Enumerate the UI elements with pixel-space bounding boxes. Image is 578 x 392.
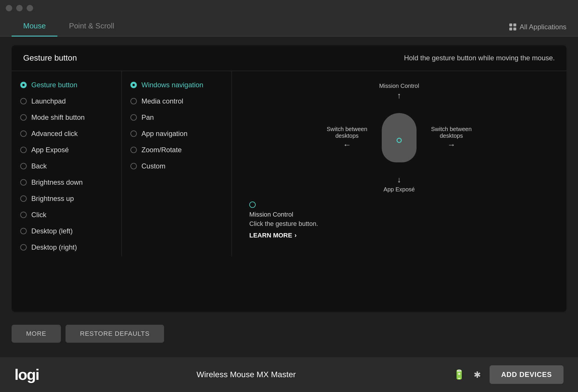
label-media-control: Media control <box>141 97 183 105</box>
right-arrow-icon: → <box>447 140 455 150</box>
bottom-buttons: MORE RESTORE DEFAULTS <box>12 319 566 349</box>
left-column: Gesture button Launchpad Mode shift butt… <box>12 71 122 257</box>
footer-right: 🔋 ✱ ADD DEVICES <box>453 365 564 384</box>
chevron-right-icon: › <box>295 232 297 239</box>
label-click: Click <box>31 211 46 219</box>
label-launchpad: Launchpad <box>31 97 66 105</box>
mc-description: Click the gesture button. <box>249 220 549 228</box>
list-item-back[interactable]: Back <box>12 158 121 174</box>
main-content: Gesture button Hold the gesture button w… <box>0 37 578 357</box>
list-item-click[interactable]: Click <box>12 207 121 223</box>
label-zoom-rotate: Zoom/Rotate <box>141 146 182 154</box>
list-item-media-control[interactable]: Media control <box>122 93 232 109</box>
list-item-zoom-rotate[interactable]: Zoom/Rotate <box>122 142 232 158</box>
list-item-launchpad[interactable]: Launchpad <box>12 93 121 109</box>
list-item-gesture-button[interactable]: Gesture button <box>12 77 121 93</box>
radio-back <box>20 163 27 169</box>
radio-media-control <box>130 98 137 104</box>
more-button[interactable]: MORE <box>12 325 61 343</box>
list-item-pan[interactable]: Pan <box>122 109 232 126</box>
radio-windows-navigation <box>130 82 137 88</box>
traffic-lights <box>6 5 33 11</box>
minimize-button[interactable] <box>16 5 23 11</box>
label-desktop-right: Desktop (right) <box>31 243 77 251</box>
gesture-section: Gesture button Hold the gesture button w… <box>12 45 566 312</box>
label-brightness-up: Brightness up <box>31 195 74 203</box>
label-mode-shift: Mode shift button <box>31 113 85 121</box>
tab-point-scroll[interactable]: Point & Scroll <box>57 16 126 37</box>
label-desktop-left: Desktop (left) <box>31 227 73 235</box>
list-item-desktop-left[interactable]: Desktop (left) <box>12 223 121 239</box>
bluetooth-icon: ✱ <box>474 370 481 380</box>
list-item-desktop-right[interactable]: Desktop (right) <box>12 239 121 255</box>
grid-icon <box>509 23 516 30</box>
radio-desktop-left <box>20 228 27 234</box>
right-direction-label: Switch betweendesktops <box>431 126 472 139</box>
device-name: Wireless Mouse MX Master <box>197 370 296 379</box>
restore-defaults-button[interactable]: RESTORE DEFAULTS <box>66 325 164 343</box>
add-devices-button[interactable]: ADD DEVICES <box>490 365 564 384</box>
label-advanced-click: Advanced click <box>31 130 78 138</box>
bottom-direction-label: App Exposé <box>383 186 415 193</box>
label-app-expose: App Exposé <box>31 146 69 154</box>
right-label: Switch betweendesktops → <box>431 126 472 150</box>
mc-radio-circle <box>249 202 256 208</box>
label-pan: Pan <box>141 113 154 121</box>
mc-radio <box>249 202 549 208</box>
list-item-brightness-down[interactable]: Brightness down <box>12 174 121 190</box>
battery-icon: 🔋 <box>453 369 465 380</box>
list-item-app-expose[interactable]: App Exposé <box>12 142 121 158</box>
close-button[interactable] <box>6 5 12 11</box>
mission-control-info: Mission Control Click the gesture button… <box>243 202 555 239</box>
middle-column: Windows navigation Media control Pan App… <box>122 71 232 257</box>
top-direction-label: Mission Control <box>379 83 419 89</box>
label-gesture-button: Gesture button <box>31 81 77 89</box>
all-applications[interactable]: All Applications <box>509 23 566 36</box>
radio-launchpad <box>20 98 27 104</box>
left-arrow-icon: ← <box>343 140 351 150</box>
radio-app-navigation <box>130 130 137 137</box>
list-item-forward[interactable]: Forward <box>12 255 121 257</box>
radio-click <box>20 212 27 218</box>
learn-more-button[interactable]: LEARN MORE › <box>249 232 549 239</box>
tabbar: Mouse Point & Scroll All Applications <box>0 16 578 37</box>
label-brightness-down: Brightness down <box>31 178 83 186</box>
top-label: Mission Control ↑ <box>379 83 419 100</box>
radio-gesture-button <box>20 82 27 88</box>
mouse-visual: Mission Control ↑ Switch betweendesktops… <box>327 83 472 193</box>
logi-logo: logi <box>14 366 39 383</box>
footer: logi Wireless Mouse MX Master 🔋 ✱ ADD DE… <box>0 357 578 392</box>
radio-brightness-up <box>20 195 27 202</box>
left-direction-label: Switch betweendesktops <box>327 126 367 139</box>
mc-title: Mission Control <box>249 211 549 218</box>
down-arrow-icon: ↓ <box>397 175 401 184</box>
list-item-mode-shift[interactable]: Mode shift button <box>12 109 121 126</box>
radio-advanced-click <box>20 130 27 137</box>
label-app-navigation: App navigation <box>141 130 188 138</box>
gesture-subtitle: Hold the gesture button while moving the… <box>404 54 555 62</box>
radio-pan <box>130 114 137 121</box>
maximize-button[interactable] <box>27 5 33 11</box>
mouse-body <box>382 113 417 162</box>
label-custom: Custom <box>141 162 166 170</box>
gesture-header: Gesture button Hold the gesture button w… <box>12 45 566 71</box>
list-item-brightness-up[interactable]: Brightness up <box>12 190 121 207</box>
mouse-dot <box>397 138 402 143</box>
radio-mode-shift <box>20 114 27 121</box>
mouse-body-container <box>382 113 417 162</box>
radio-app-expose <box>20 147 27 153</box>
list-item-app-navigation[interactable]: App navigation <box>122 126 232 142</box>
titlebar <box>0 0 578 16</box>
radio-brightness-down <box>20 179 27 186</box>
list-item-windows-navigation[interactable]: Windows navigation <box>122 77 232 93</box>
list-item-advanced-click[interactable]: Advanced click <box>12 126 121 142</box>
radio-zoom-rotate <box>130 147 137 153</box>
radio-desktop-right <box>20 244 27 251</box>
up-arrow-icon: ↑ <box>397 91 401 100</box>
label-back: Back <box>31 162 47 170</box>
radio-custom <box>130 163 137 169</box>
list-item-custom[interactable]: Custom <box>122 158 232 174</box>
bottom-label: ↓ App Exposé <box>383 175 415 193</box>
tab-mouse[interactable]: Mouse <box>12 16 57 37</box>
right-column: Mission Control ↑ Switch betweendesktops… <box>232 71 566 257</box>
